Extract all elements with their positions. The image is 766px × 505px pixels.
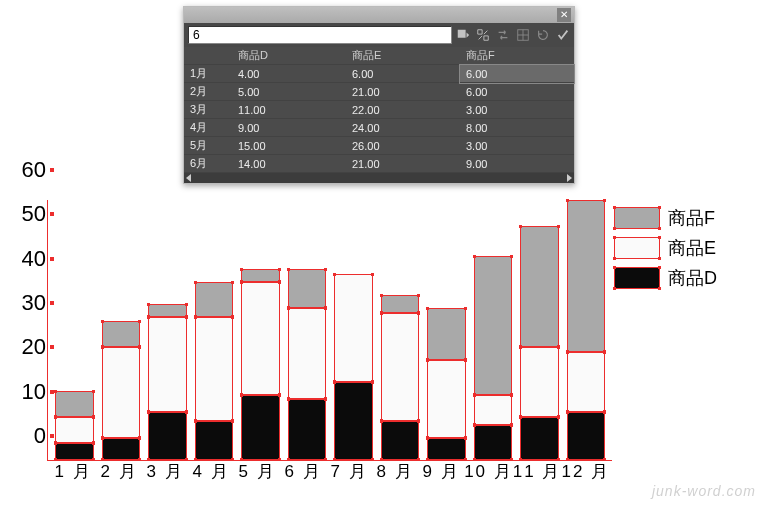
bar-segment[interactable] bbox=[288, 269, 327, 308]
graph-data-panel: ✕ 商品D 商品E 商品F 1月4.006.006.002月5.0021.006… bbox=[183, 6, 575, 184]
transpose-icon[interactable] bbox=[476, 28, 490, 42]
row-header[interactable]: 1月 bbox=[184, 65, 232, 83]
bar-segment[interactable] bbox=[288, 308, 327, 399]
row-header[interactable]: 5月 bbox=[184, 137, 232, 155]
bar-segment[interactable] bbox=[427, 308, 466, 360]
bar[interactable] bbox=[474, 256, 513, 460]
row-header[interactable]: 6月 bbox=[184, 155, 232, 173]
commit-icon[interactable] bbox=[556, 28, 570, 42]
bar-segment[interactable] bbox=[55, 417, 94, 443]
bar-segment[interactable] bbox=[102, 438, 141, 460]
table-row[interactable]: 5月15.0026.003.00 bbox=[184, 137, 574, 155]
bar[interactable] bbox=[334, 274, 373, 460]
bar-segment[interactable] bbox=[334, 382, 373, 460]
table-row[interactable]: 6月14.0021.009.00 bbox=[184, 155, 574, 173]
bar-segment[interactable] bbox=[102, 321, 141, 347]
bar-segment[interactable] bbox=[241, 395, 280, 460]
plot-area[interactable] bbox=[48, 200, 612, 460]
data-cell[interactable]: 6.00 bbox=[460, 65, 574, 83]
data-cell[interactable]: 3.00 bbox=[460, 101, 574, 119]
cell-input[interactable] bbox=[188, 26, 452, 44]
bar[interactable] bbox=[102, 321, 141, 460]
horizontal-scrollbar[interactable] bbox=[184, 173, 574, 183]
bar-segment[interactable] bbox=[148, 412, 187, 460]
bar[interactable] bbox=[195, 282, 234, 460]
bar-segment[interactable] bbox=[567, 412, 606, 460]
bar-segment[interactable] bbox=[381, 295, 420, 312]
scroll-right-icon[interactable] bbox=[567, 174, 572, 182]
bar-segment[interactable] bbox=[381, 421, 420, 460]
col-header[interactable]: 商品D bbox=[232, 47, 346, 65]
revert-icon[interactable] bbox=[536, 28, 550, 42]
data-cell[interactable]: 5.00 bbox=[232, 83, 346, 101]
bar[interactable] bbox=[241, 269, 280, 460]
table-row[interactable]: 3月11.0022.003.00 bbox=[184, 101, 574, 119]
bar-segment[interactable] bbox=[567, 200, 606, 352]
col-header[interactable]: 商品E bbox=[346, 47, 460, 65]
data-cell[interactable]: 9.00 bbox=[460, 155, 574, 173]
close-icon[interactable]: ✕ bbox=[557, 8, 571, 22]
bar-segment[interactable] bbox=[520, 226, 559, 347]
table-row[interactable]: 2月5.0021.006.00 bbox=[184, 83, 574, 101]
bar-segment[interactable] bbox=[520, 347, 559, 416]
bar-segment[interactable] bbox=[474, 395, 513, 425]
bar-segment[interactable] bbox=[195, 282, 234, 317]
bar[interactable] bbox=[148, 304, 187, 460]
bar-segment[interactable] bbox=[520, 417, 559, 460]
data-table[interactable]: 商品D 商品E 商品F 1月4.006.006.002月5.0021.006.0… bbox=[184, 47, 574, 173]
data-cell[interactable]: 14.00 bbox=[232, 155, 346, 173]
x-tick: 6 月 bbox=[280, 460, 326, 486]
swap-xy-icon[interactable] bbox=[496, 28, 510, 42]
data-cell[interactable]: 6.00 bbox=[346, 65, 460, 83]
bar-segment[interactable] bbox=[55, 391, 94, 417]
row-header[interactable]: 3月 bbox=[184, 101, 232, 119]
data-cell[interactable]: 22.00 bbox=[346, 101, 460, 119]
data-cell[interactable]: 3.00 bbox=[460, 137, 574, 155]
bar-segment[interactable] bbox=[567, 352, 606, 413]
bar[interactable] bbox=[288, 269, 327, 460]
bar-segment[interactable] bbox=[195, 317, 234, 421]
x-tick: 7 月 bbox=[326, 460, 372, 486]
bar-segment[interactable] bbox=[241, 282, 280, 395]
bar-segment[interactable] bbox=[195, 421, 234, 460]
bar-segment[interactable] bbox=[148, 304, 187, 317]
col-header[interactable]: 商品F bbox=[460, 47, 574, 65]
data-cell[interactable]: 11.00 bbox=[232, 101, 346, 119]
row-header[interactable]: 4月 bbox=[184, 119, 232, 137]
bar-segment[interactable] bbox=[381, 313, 420, 421]
bar-segment[interactable] bbox=[102, 347, 141, 438]
bar-segment[interactable] bbox=[288, 399, 327, 460]
bar[interactable] bbox=[567, 200, 606, 460]
table-row[interactable]: 4月9.0024.008.00 bbox=[184, 119, 574, 137]
cell-style-icon[interactable] bbox=[516, 28, 530, 42]
data-cell[interactable]: 4.00 bbox=[232, 65, 346, 83]
bar-segment[interactable] bbox=[334, 274, 373, 382]
bar-segment[interactable] bbox=[427, 438, 466, 460]
bar-segment[interactable] bbox=[474, 256, 513, 395]
bar-segment[interactable] bbox=[474, 425, 513, 460]
bar-segment[interactable] bbox=[148, 317, 187, 412]
data-cell[interactable]: 6.00 bbox=[460, 83, 574, 101]
stacked-bar-chart[interactable]: 0102030405060 1 月2 月3 月4 月5 月6 月7 月8 月9 … bbox=[6, 196, 616, 486]
apply-icon[interactable] bbox=[456, 28, 470, 42]
data-cell[interactable]: 26.00 bbox=[346, 137, 460, 155]
bar-segment[interactable] bbox=[55, 443, 94, 460]
legend-label: 商品E bbox=[668, 236, 716, 260]
data-cell[interactable]: 21.00 bbox=[346, 155, 460, 173]
row-header[interactable]: 2月 bbox=[184, 83, 232, 101]
data-cell[interactable]: 24.00 bbox=[346, 119, 460, 137]
bar[interactable] bbox=[520, 226, 559, 460]
panel-titlebar[interactable]: ✕ bbox=[184, 7, 574, 23]
bar[interactable] bbox=[427, 308, 466, 460]
bar[interactable] bbox=[55, 391, 94, 460]
bar-segment[interactable] bbox=[241, 269, 280, 282]
bar[interactable] bbox=[381, 295, 420, 460]
data-cell[interactable]: 21.00 bbox=[346, 83, 460, 101]
table-row[interactable]: 1月4.006.006.00 bbox=[184, 65, 574, 83]
scroll-left-icon[interactable] bbox=[186, 174, 191, 182]
bar-segment[interactable] bbox=[427, 360, 466, 438]
data-cell[interactable]: 9.00 bbox=[232, 119, 346, 137]
data-cell[interactable]: 15.00 bbox=[232, 137, 346, 155]
data-cell[interactable]: 8.00 bbox=[460, 119, 574, 137]
legend-swatch bbox=[614, 267, 660, 289]
